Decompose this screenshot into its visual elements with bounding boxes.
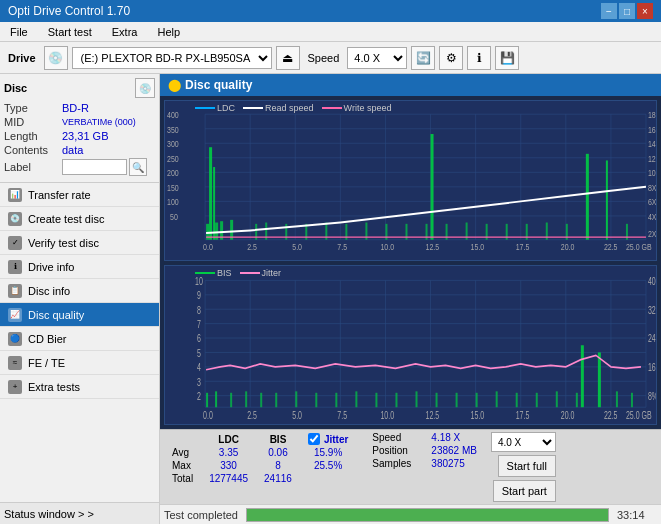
- write-speed-color: [322, 107, 342, 109]
- svg-text:2X: 2X: [648, 229, 656, 239]
- nav-fe-te-label: FE / TE: [28, 357, 65, 369]
- disc-quality-icon-header: ⬤: [168, 78, 181, 92]
- menu-start-test[interactable]: Start test: [42, 24, 98, 40]
- legend-bis: BIS Jitter: [195, 268, 281, 278]
- nav-disc-info-label: Disc info: [28, 285, 70, 297]
- avg-bis: 0.06: [256, 446, 300, 459]
- max-label: Max: [164, 459, 201, 472]
- disc-header: Disc 💿: [4, 78, 155, 98]
- svg-rect-132: [355, 391, 357, 407]
- read-speed-color: [243, 107, 263, 109]
- nav-extra-tests[interactable]: + Extra tests: [0, 375, 159, 399]
- extra-tests-icon: +: [8, 380, 22, 394]
- drive-icon-btn[interactable]: 💿: [44, 46, 68, 70]
- svg-text:7.5: 7.5: [337, 242, 347, 252]
- svg-rect-54: [213, 167, 215, 240]
- jitter-checkbox[interactable]: [308, 433, 320, 445]
- svg-text:17.5: 17.5: [516, 409, 530, 421]
- save-button[interactable]: 💾: [495, 46, 519, 70]
- svg-text:14X: 14X: [648, 139, 656, 149]
- maximize-button[interactable]: □: [619, 3, 635, 19]
- start-full-button[interactable]: Start full: [498, 455, 556, 477]
- svg-text:22.5: 22.5: [604, 409, 618, 421]
- position-row: Position 23862 MB: [372, 445, 477, 456]
- action-section: 4.0 X Start full Start part: [491, 432, 556, 502]
- content-area: ⬤ Disc quality LDC Read speed: [160, 74, 661, 524]
- drive-info-icon: ℹ: [8, 260, 22, 274]
- label-search-button[interactable]: 🔍: [129, 158, 147, 176]
- svg-text:4: 4: [197, 361, 201, 373]
- total-ldc: 1277445: [201, 472, 256, 485]
- label-input[interactable]: [62, 159, 127, 175]
- nav-verify-test-disc[interactable]: ✓ Verify test disc: [0, 231, 159, 255]
- svg-text:5.0: 5.0: [292, 242, 302, 252]
- svg-text:150: 150: [167, 183, 179, 193]
- charts-area: LDC Read speed Write speed: [160, 96, 661, 429]
- bis-color: [195, 272, 215, 274]
- nav-create-test-disc[interactable]: 💿 Create test disc: [0, 207, 159, 231]
- svg-rect-130: [315, 392, 317, 406]
- start-part-button[interactable]: Start part: [493, 480, 556, 502]
- legend-jitter-item: Jitter: [240, 268, 282, 278]
- legend-ldc-item: LDC: [195, 103, 235, 113]
- nav-cd-bier[interactable]: 🔵 CD Bier: [0, 327, 159, 351]
- drive-select[interactable]: (E:) PLEXTOR BD-R PX-LB950SA 1.06: [72, 47, 272, 69]
- jitter-label: Jitter: [324, 434, 348, 445]
- mid-label: MID: [4, 116, 62, 128]
- disc-type-row: Type BD-R: [4, 102, 155, 114]
- svg-rect-139: [496, 391, 498, 407]
- legend-bis-item: BIS: [195, 268, 232, 278]
- svg-text:22.5: 22.5: [604, 242, 618, 252]
- menu-file[interactable]: File: [4, 24, 34, 40]
- svg-rect-70: [431, 134, 434, 240]
- svg-rect-144: [598, 352, 601, 407]
- nav-disc-info[interactable]: 📋 Disc info: [0, 279, 159, 303]
- eject-button[interactable]: ⏏: [276, 46, 300, 70]
- read-speed-legend-label: Read speed: [265, 103, 314, 113]
- svg-rect-126: [245, 391, 247, 407]
- nav-drive-info[interactable]: ℹ Drive info: [0, 255, 159, 279]
- svg-text:200: 200: [167, 168, 179, 178]
- nav-disc-quality-label: Disc quality: [28, 309, 84, 321]
- settings-button[interactable]: ⚙: [439, 46, 463, 70]
- svg-text:12X: 12X: [648, 154, 656, 164]
- cd-bier-icon: 🔵: [8, 332, 22, 346]
- menu-extra[interactable]: Extra: [106, 24, 144, 40]
- max-bis: 8: [256, 459, 300, 472]
- fe-te-icon: ≈: [8, 356, 22, 370]
- info-button[interactable]: ℹ: [467, 46, 491, 70]
- speed-select-stats[interactable]: 4.0 X: [491, 432, 556, 452]
- ldc-legend-label: LDC: [217, 103, 235, 113]
- minimize-button[interactable]: −: [601, 3, 617, 19]
- refresh-button[interactable]: 🔄: [411, 46, 435, 70]
- nav-transfer-rate[interactable]: 📊 Transfer rate: [0, 183, 159, 207]
- nav-cd-bier-label: CD Bier: [28, 333, 67, 345]
- svg-rect-133: [375, 392, 377, 406]
- status-window-button[interactable]: Status window > >: [0, 502, 159, 524]
- svg-text:50: 50: [170, 212, 178, 222]
- avg-label: Avg: [164, 446, 201, 459]
- length-label: Length: [4, 130, 62, 142]
- svg-rect-129: [295, 391, 297, 407]
- svg-text:20.0: 20.0: [561, 409, 575, 421]
- nav-fe-te[interactable]: ≈ FE / TE: [0, 351, 159, 375]
- disc-icon-button[interactable]: 💿: [135, 78, 155, 98]
- type-label: Type: [4, 102, 62, 114]
- svg-rect-131: [335, 392, 337, 406]
- svg-rect-128: [275, 392, 277, 406]
- svg-text:25.0 GB: 25.0 GB: [626, 409, 652, 421]
- mid-value: VERBATIMe (000): [62, 117, 136, 127]
- contents-label: Contents: [4, 144, 62, 156]
- speed-select[interactable]: 4.0 X: [347, 47, 407, 69]
- close-button[interactable]: ×: [637, 3, 653, 19]
- speed-info: Speed 4.18 X Position 23862 MB Samples 3…: [372, 432, 477, 469]
- svg-text:350: 350: [167, 125, 179, 135]
- transfer-rate-icon: 📊: [8, 188, 22, 202]
- disc-mid-row: MID VERBATIMe (000): [4, 116, 155, 128]
- svg-rect-146: [616, 391, 618, 407]
- menu-bar: File Start test Extra Help: [0, 22, 661, 42]
- total-label: Total: [164, 472, 201, 485]
- title-bar: Opti Drive Control 1.70 − □ ×: [0, 0, 661, 22]
- nav-disc-quality[interactable]: 📈 Disc quality: [0, 303, 159, 327]
- menu-help[interactable]: Help: [151, 24, 186, 40]
